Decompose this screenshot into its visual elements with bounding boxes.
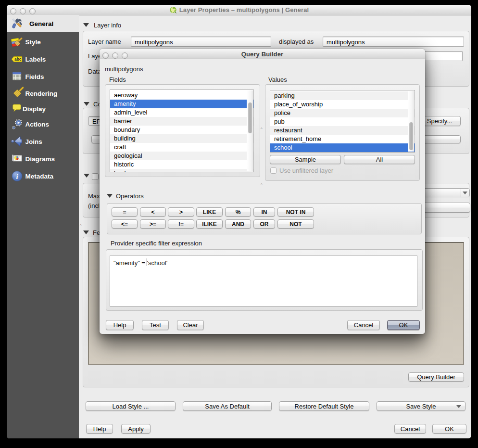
svg-text:abc: abc <box>14 57 22 62</box>
